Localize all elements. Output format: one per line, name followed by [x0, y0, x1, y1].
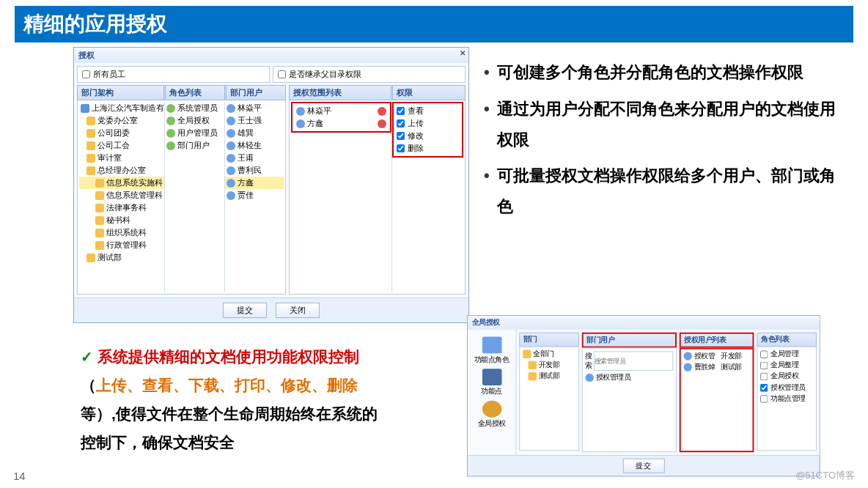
user-icon — [166, 104, 175, 113]
summary-red: 系统提供精细的文档使用功能权限控制 — [98, 348, 359, 365]
d2-user[interactable]: 授权管理员 — [584, 372, 674, 383]
perm-user-box: 林焱平 方鑫 — [291, 102, 391, 133]
d2-role-cb[interactable] — [760, 361, 768, 369]
person-icon — [227, 129, 235, 138]
tree-node[interactable]: 行政管理科 — [79, 239, 164, 251]
perm-user[interactable]: 林焱平 — [294, 105, 389, 117]
d2-dept[interactable]: 开发部 — [521, 360, 577, 371]
remove-icon[interactable] — [378, 119, 386, 128]
d2-col1-header: 部门 — [519, 333, 579, 347]
tree-node[interactable]: 公司工会 — [79, 139, 164, 152]
user-item[interactable]: 林轻生 — [225, 139, 284, 152]
perm-checkbox-box: 查看 上传 修改 删除 — [392, 102, 464, 158]
dialog2-title-bar: 全局授权 — [468, 316, 820, 330]
person-icon — [296, 119, 305, 128]
tree-node-selected[interactable]: 信息系统实施科 — [79, 177, 164, 189]
search-input[interactable] — [594, 351, 673, 371]
summary-orange: 上传、查看、下载、打印、修改、删除 — [96, 377, 358, 393]
col-perm-header: 权限 — [392, 85, 466, 100]
bullet-icon: • — [484, 160, 490, 222]
view-checkbox[interactable] — [397, 107, 405, 115]
tree-node[interactable]: 信息系统管理科 — [79, 189, 164, 202]
folder-icon — [87, 154, 95, 163]
summary-tail: 等）,使得文件在整个生命周期始终在系统的控制下，确保文档安全 — [81, 405, 378, 451]
tree-node[interactable]: 党委办公室 — [79, 114, 164, 127]
d2-dept[interactable]: 全部门 — [521, 349, 577, 360]
role-item[interactable]: 全局授权 — [165, 114, 224, 127]
role-item[interactable]: 系统管理员 — [165, 102, 224, 114]
global-auth-icon — [482, 401, 501, 418]
inherit-checkbox[interactable] — [278, 70, 286, 78]
folder-icon — [523, 350, 531, 358]
slide-title: 精细的应用授权 — [15, 6, 853, 42]
remove-icon[interactable] — [378, 107, 386, 116]
d2-role-cb[interactable] — [760, 384, 768, 391]
person-icon — [227, 141, 235, 150]
d2-role-cb[interactable] — [760, 395, 768, 402]
folder-icon — [87, 166, 95, 175]
person-icon — [227, 166, 235, 175]
side-tab[interactable]: 功能点 — [471, 369, 513, 396]
checkmark-icon: ✓ — [81, 349, 93, 365]
tree-node[interactable]: 公司团委 — [79, 127, 164, 139]
user-item[interactable]: 王甫 — [225, 152, 284, 164]
modify-checkbox[interactable] — [397, 132, 405, 140]
perm-user[interactable]: 方鑫 — [294, 117, 389, 130]
tree-node[interactable]: 法律事务科 — [79, 202, 164, 214]
d2-authuser[interactable]: 授权管 开发部 — [682, 350, 751, 361]
all-staff-checkbox[interactable] — [82, 70, 90, 78]
user-item[interactable]: 贾佳 — [225, 189, 284, 202]
user-icon — [166, 117, 175, 125]
user-item[interactable]: 王士强 — [225, 114, 284, 127]
page-number: 14 — [13, 470, 26, 482]
auth-dialog: 授权 ✕ 所有员工 是否继承父目录权限 部门架构 角色列表 部门用户 — [73, 47, 469, 323]
submit-button[interactable]: 提交 — [223, 303, 267, 318]
folder-icon — [87, 129, 95, 138]
summary-text: ✓系统提供精细的文档使用功能权限控制（上传、查看、下载、打印、修改、删除等）,使… — [81, 343, 389, 456]
d2-role-cb[interactable] — [760, 350, 768, 358]
role-item[interactable]: 用户管理员 — [165, 127, 224, 139]
d2-submit-button[interactable]: 提交 — [622, 459, 664, 473]
bullet-icon: • — [484, 94, 490, 155]
role-point-icon — [482, 336, 501, 353]
tree-node[interactable]: 秘书科 — [79, 214, 164, 226]
tree-node[interactable]: 总经理办公室 — [79, 164, 164, 177]
side-tab[interactable]: 全局授权 — [471, 401, 513, 429]
d2-col3-header: 授权用户列表 — [680, 333, 754, 348]
folder-icon — [529, 361, 537, 369]
d2-role-cb[interactable] — [760, 372, 768, 380]
delete-checkbox[interactable] — [397, 144, 405, 152]
user-item[interactable]: 林焱平 — [225, 102, 284, 114]
summary-paren: （ — [81, 377, 96, 393]
user-item[interactable]: 曹利民 — [225, 164, 284, 177]
folder-icon — [87, 254, 95, 262]
user-item-selected[interactable]: 方鑫 — [225, 177, 284, 189]
folder-icon — [95, 216, 104, 225]
company-icon — [81, 104, 89, 113]
watermark: @51CTO博客 — [795, 469, 855, 482]
folder-icon — [95, 179, 104, 188]
person-icon — [227, 104, 235, 113]
user-item[interactable]: 雄巽 — [225, 127, 284, 139]
d2-col2-header: 部门用户 — [582, 333, 677, 348]
global-auth-dialog: 全局授权 功能点角色 功能点 全局授权 部门 全部门 开发部 测试部 部门用户 — [467, 315, 820, 476]
close-button[interactable]: 关闭 — [276, 303, 320, 318]
close-icon[interactable]: ✕ — [460, 49, 466, 57]
folder-icon — [87, 117, 95, 125]
role-item[interactable]: 部门用户 — [165, 139, 224, 152]
side-tab[interactable]: 功能点角色 — [471, 336, 513, 364]
tree-root[interactable]: 上海汇众汽车制造有限公司 — [79, 102, 164, 114]
d2-dept[interactable]: 测试部 — [521, 371, 577, 382]
bullet-icon: • — [484, 57, 490, 88]
tree-node[interactable]: 审计室 — [79, 152, 164, 164]
feature-icon — [482, 369, 501, 385]
dialog-title-bar: 授权 ✕ — [74, 48, 468, 63]
upload-checkbox[interactable] — [397, 119, 405, 127]
tree-node[interactable]: 组织系统科 — [79, 226, 164, 239]
person-icon — [683, 352, 691, 360]
d2-authuser[interactable]: 曹胜焯 测试部 — [682, 362, 751, 373]
bullet-text: 可创建多个角色并分配角色的文档操作权限 — [497, 57, 803, 88]
tree-node[interactable]: 测试部 — [79, 251, 164, 264]
folder-icon — [95, 204, 104, 212]
folder-icon — [95, 191, 104, 200]
